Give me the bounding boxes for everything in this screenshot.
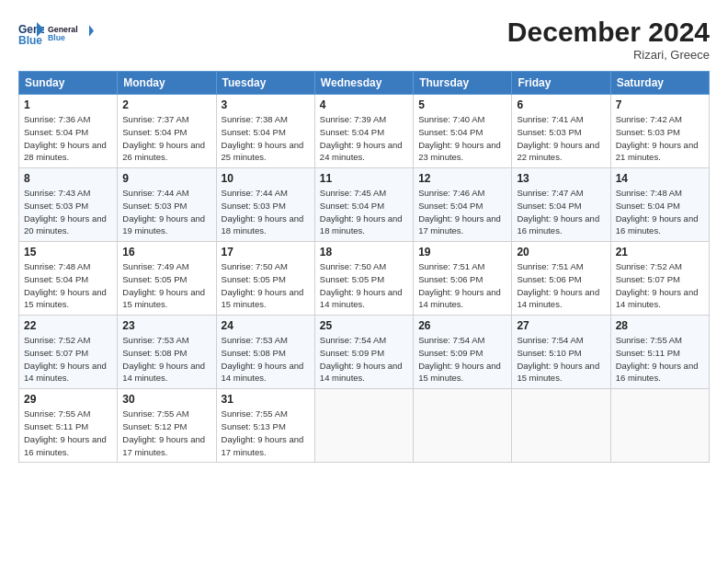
day-number: 13 bbox=[517, 172, 605, 185]
calendar-cell: 29 Sunrise: 7:55 AM Sunset: 5:11 PM Dayl… bbox=[19, 389, 118, 463]
day-number: 22 bbox=[24, 319, 112, 332]
calendar-cell: 7 Sunrise: 7:42 AM Sunset: 5:03 PM Dayli… bbox=[610, 95, 709, 168]
calendar-cell: 24 Sunrise: 7:53 AM Sunset: 5:08 PM Dayl… bbox=[216, 316, 314, 389]
day-detail: Sunrise: 7:48 AM Sunset: 5:04 PM Dayligh… bbox=[616, 187, 704, 237]
calendar-cell: 5 Sunrise: 7:40 AM Sunset: 5:04 PM Dayli… bbox=[414, 95, 512, 168]
calendar-cell: 31 Sunrise: 7:55 AM Sunset: 5:13 PM Dayl… bbox=[216, 389, 314, 463]
day-detail: Sunrise: 7:51 AM Sunset: 5:06 PM Dayligh… bbox=[418, 260, 506, 311]
calendar-cell: 25 Sunrise: 7:54 AM Sunset: 5:09 PM Dayl… bbox=[314, 316, 413, 389]
svg-text:Blue: Blue bbox=[18, 34, 42, 46]
day-detail: Sunrise: 7:40 AM Sunset: 5:04 PM Dayligh… bbox=[418, 113, 506, 164]
day-number: 10 bbox=[222, 172, 310, 185]
day-detail: Sunrise: 7:55 AM Sunset: 5:11 PM Dayligh… bbox=[616, 334, 704, 385]
day-number: 8 bbox=[24, 172, 112, 185]
calendar-cell: 4 Sunrise: 7:39 AM Sunset: 5:04 PM Dayli… bbox=[314, 95, 413, 168]
calendar-week-5: 29 Sunrise: 7:55 AM Sunset: 5:11 PM Dayl… bbox=[19, 389, 710, 463]
calendar-table: Sunday Monday Tuesday Wednesday Thursday… bbox=[18, 71, 710, 463]
day-detail: Sunrise: 7:41 AM Sunset: 5:03 PM Dayligh… bbox=[517, 113, 605, 164]
day-detail: Sunrise: 7:44 AM Sunset: 5:03 PM Dayligh… bbox=[222, 187, 310, 237]
calendar-week-4: 22 Sunrise: 7:52 AM Sunset: 5:07 PM Dayl… bbox=[19, 316, 710, 389]
day-number: 30 bbox=[122, 393, 210, 406]
calendar-cell: 19 Sunrise: 7:51 AM Sunset: 5:06 PM Dayl… bbox=[414, 242, 512, 316]
day-number: 7 bbox=[616, 98, 704, 111]
day-detail: Sunrise: 7:55 AM Sunset: 5:12 PM Dayligh… bbox=[122, 408, 210, 458]
day-detail: Sunrise: 7:51 AM Sunset: 5:06 PM Dayligh… bbox=[517, 260, 605, 311]
calendar-week-2: 8 Sunrise: 7:43 AM Sunset: 5:03 PM Dayli… bbox=[19, 168, 710, 242]
day-detail: Sunrise: 7:52 AM Sunset: 5:07 PM Dayligh… bbox=[616, 260, 704, 311]
calendar-cell bbox=[414, 389, 512, 463]
logo: General Blue General Blue bbox=[18, 17, 94, 50]
col-friday: Friday bbox=[512, 72, 610, 95]
day-detail: Sunrise: 7:53 AM Sunset: 5:08 PM Dayligh… bbox=[222, 334, 310, 385]
day-detail: Sunrise: 7:37 AM Sunset: 5:04 PM Dayligh… bbox=[122, 113, 210, 164]
day-detail: Sunrise: 7:45 AM Sunset: 5:04 PM Dayligh… bbox=[320, 187, 408, 237]
day-detail: Sunrise: 7:54 AM Sunset: 5:10 PM Dayligh… bbox=[517, 334, 605, 385]
day-number: 16 bbox=[122, 246, 210, 259]
day-number: 18 bbox=[320, 246, 408, 259]
day-number: 3 bbox=[222, 98, 310, 111]
day-detail: Sunrise: 7:50 AM Sunset: 5:05 PM Dayligh… bbox=[320, 260, 408, 311]
day-number: 27 bbox=[517, 319, 605, 332]
day-number: 9 bbox=[122, 172, 210, 185]
calendar-cell: 12 Sunrise: 7:46 AM Sunset: 5:04 PM Dayl… bbox=[414, 168, 512, 242]
day-number: 23 bbox=[122, 319, 210, 332]
day-detail: Sunrise: 7:49 AM Sunset: 5:05 PM Dayligh… bbox=[122, 260, 210, 311]
calendar-cell: 3 Sunrise: 7:38 AM Sunset: 5:04 PM Dayli… bbox=[216, 95, 314, 168]
day-number: 5 bbox=[418, 98, 506, 111]
calendar-cell: 13 Sunrise: 7:47 AM Sunset: 5:04 PM Dayl… bbox=[512, 168, 610, 242]
calendar-cell bbox=[610, 389, 709, 463]
calendar-cell: 15 Sunrise: 7:48 AM Sunset: 5:04 PM Dayl… bbox=[19, 242, 118, 316]
day-detail: Sunrise: 7:44 AM Sunset: 5:03 PM Dayligh… bbox=[122, 187, 210, 237]
day-number: 25 bbox=[320, 319, 408, 332]
day-detail: Sunrise: 7:42 AM Sunset: 5:03 PM Dayligh… bbox=[616, 113, 704, 164]
logo-icon: General Blue bbox=[18, 20, 44, 46]
day-number: 1 bbox=[24, 98, 112, 111]
calendar-cell: 10 Sunrise: 7:44 AM Sunset: 5:03 PM Dayl… bbox=[216, 168, 314, 242]
calendar-cell: 26 Sunrise: 7:54 AM Sunset: 5:09 PM Dayl… bbox=[414, 316, 512, 389]
calendar-cell: 20 Sunrise: 7:51 AM Sunset: 5:06 PM Dayl… bbox=[512, 242, 610, 316]
day-detail: Sunrise: 7:43 AM Sunset: 5:03 PM Dayligh… bbox=[24, 187, 112, 237]
day-number: 2 bbox=[122, 98, 210, 111]
location: Rizari, Greece bbox=[507, 48, 710, 62]
col-tuesday: Tuesday bbox=[216, 72, 314, 95]
day-detail: Sunrise: 7:54 AM Sunset: 5:09 PM Dayligh… bbox=[418, 334, 506, 385]
day-detail: Sunrise: 7:52 AM Sunset: 5:07 PM Dayligh… bbox=[24, 334, 112, 385]
day-number: 31 bbox=[222, 393, 310, 406]
day-number: 12 bbox=[418, 172, 506, 185]
day-detail: Sunrise: 7:38 AM Sunset: 5:04 PM Dayligh… bbox=[222, 113, 310, 164]
col-thursday: Thursday bbox=[414, 72, 512, 95]
calendar-cell: 30 Sunrise: 7:55 AM Sunset: 5:12 PM Dayl… bbox=[118, 389, 216, 463]
day-number: 17 bbox=[222, 246, 310, 259]
col-monday: Monday bbox=[118, 72, 216, 95]
calendar-cell: 27 Sunrise: 7:54 AM Sunset: 5:10 PM Dayl… bbox=[512, 316, 610, 389]
day-number: 14 bbox=[616, 172, 704, 185]
page: General Blue General Blue December 2024 … bbox=[0, 0, 728, 563]
calendar-cell: 28 Sunrise: 7:55 AM Sunset: 5:11 PM Dayl… bbox=[610, 316, 709, 389]
calendar-cell bbox=[314, 389, 413, 463]
calendar-cell: 11 Sunrise: 7:45 AM Sunset: 5:04 PM Dayl… bbox=[314, 168, 413, 242]
calendar-cell: 9 Sunrise: 7:44 AM Sunset: 5:03 PM Dayli… bbox=[118, 168, 216, 242]
day-number: 15 bbox=[24, 246, 112, 259]
day-number: 24 bbox=[222, 319, 310, 332]
calendar-cell: 22 Sunrise: 7:52 AM Sunset: 5:07 PM Dayl… bbox=[19, 316, 118, 389]
day-detail: Sunrise: 7:55 AM Sunset: 5:13 PM Dayligh… bbox=[222, 408, 310, 458]
calendar-cell: 8 Sunrise: 7:43 AM Sunset: 5:03 PM Dayli… bbox=[19, 168, 118, 242]
day-number: 11 bbox=[320, 172, 408, 185]
calendar-cell bbox=[512, 389, 610, 463]
day-number: 21 bbox=[616, 246, 704, 259]
col-saturday: Saturday bbox=[610, 72, 709, 95]
calendar-cell: 21 Sunrise: 7:52 AM Sunset: 5:07 PM Dayl… bbox=[610, 242, 709, 316]
calendar-cell: 14 Sunrise: 7:48 AM Sunset: 5:04 PM Dayl… bbox=[610, 168, 709, 242]
day-detail: Sunrise: 7:36 AM Sunset: 5:04 PM Dayligh… bbox=[24, 113, 112, 164]
svg-marker-5 bbox=[89, 25, 94, 37]
day-detail: Sunrise: 7:47 AM Sunset: 5:04 PM Dayligh… bbox=[517, 187, 605, 237]
day-detail: Sunrise: 7:54 AM Sunset: 5:09 PM Dayligh… bbox=[320, 334, 408, 385]
day-number: 28 bbox=[616, 319, 704, 332]
title-area: December 2024 Rizari, Greece bbox=[507, 17, 710, 62]
calendar-cell: 23 Sunrise: 7:53 AM Sunset: 5:08 PM Dayl… bbox=[118, 316, 216, 389]
calendar-cell: 16 Sunrise: 7:49 AM Sunset: 5:05 PM Dayl… bbox=[118, 242, 216, 316]
day-number: 29 bbox=[24, 393, 112, 406]
day-number: 6 bbox=[517, 98, 605, 111]
calendar-cell: 1 Sunrise: 7:36 AM Sunset: 5:04 PM Dayli… bbox=[19, 95, 118, 168]
calendar-week-3: 15 Sunrise: 7:48 AM Sunset: 5:04 PM Dayl… bbox=[19, 242, 710, 316]
